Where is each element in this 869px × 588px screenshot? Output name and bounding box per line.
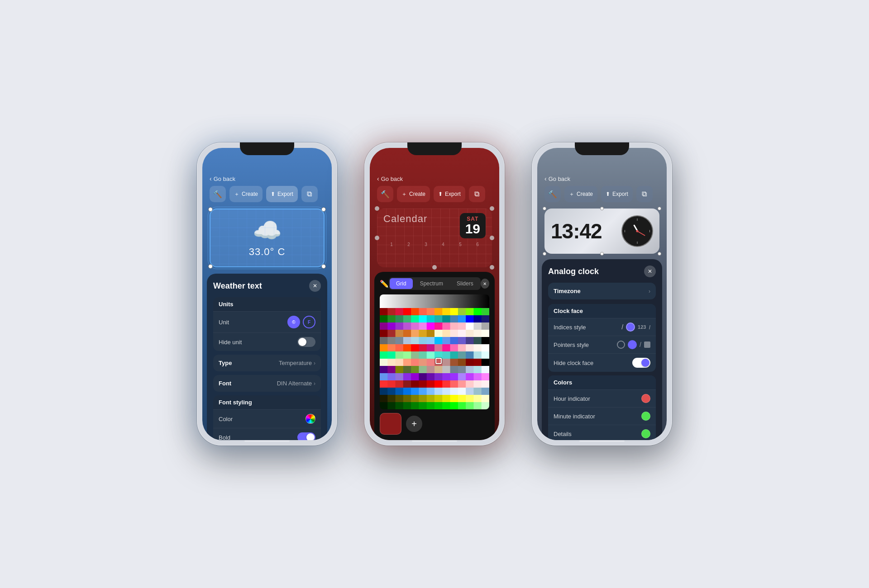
back-button-3[interactable]: ‹ Go back [544,175,570,182]
details-row: Details [548,425,656,440]
cal-handle-tr[interactable] [490,206,494,211]
cal-num-2: 2 [401,242,417,247]
type-label: Type [219,360,232,366]
tick-12 [637,218,638,221]
layers-button-3[interactable]: ⧉ [636,186,653,202]
clock-handle-tl[interactable] [543,207,546,210]
clock-handle-br[interactable] [658,252,661,256]
spectrum-tab[interactable]: Spectrum [414,278,449,289]
export-button[interactable]: ⬆ Export [266,186,298,202]
close-panel-button[interactable]: ✕ [309,280,321,292]
clock-handle-bl[interactable] [543,252,546,256]
clock-handle-tr[interactable] [658,207,661,210]
type-value: Temperature [279,360,312,366]
cal-handle-mr[interactable] [490,236,494,240]
clock-panel-title: Analog clock [548,267,599,276]
nav-back-row: ‹ Go back [202,161,332,186]
minute-indicator-label: Minute indicator [554,413,595,420]
handle-br[interactable] [321,264,326,269]
back-button-2[interactable]: ‹ Go back [377,175,403,182]
layers-button[interactable]: ⧉ [301,186,318,202]
minute-indicator-color[interactable] [641,412,650,421]
style-italic-text[interactable]: I [649,324,650,331]
export-button-2[interactable]: ⬆ Export [434,186,465,202]
back-button[interactable]: ‹ Go back [210,175,235,182]
pointer-controls: / [617,340,650,349]
font-styling-header: Font styling [213,395,321,409]
hammer-button-3[interactable]: 🔨 [544,186,561,202]
cal-handle-br[interactable] [490,265,494,270]
hour-indicator-color[interactable] [641,394,650,403]
color-picker-dot[interactable] [306,414,315,424]
bold-row: Bold [213,428,321,440]
picker-close-button[interactable]: ✕ [481,279,489,289]
notch [240,148,294,155]
weather-widget-preview: ☁️ 33.0° C [210,209,325,267]
cal-num-5: 5 [452,242,468,247]
pointer-square-icon[interactable] [644,341,650,348]
notch-3 [575,148,629,155]
indices-style-row: Indices style / 123 I [548,318,656,336]
hammer-button[interactable]: 🔨 [210,186,226,202]
tick-6 [637,242,638,244]
clock-face-header: Clock face [548,304,656,318]
pointer-dash-icon[interactable]: / [640,341,641,348]
export-icon-3: ⬆ [606,191,610,197]
clock-phone: ‹ Go back 🔨 ＋ Create ⬆ Export ⧉ [532,142,672,446]
fahrenheit-icon[interactable]: F [303,316,315,328]
create-button[interactable]: ＋ Create [229,186,263,202]
hammer-button-2[interactable]: 🔨 [377,186,393,202]
details-color[interactable] [641,429,650,438]
cal-handle-tl[interactable] [375,206,379,211]
create-button-3[interactable]: ＋ Create [564,186,597,202]
cal-num-1: 1 [383,242,400,247]
type-value-row: Temperature › [279,360,315,366]
style-123-text[interactable]: 123 [638,324,646,330]
hide-unit-row: Hide unit [213,332,321,351]
celsius-icon[interactable]: © [287,316,300,328]
export-icon: ⬆ [271,191,275,197]
bold-label: Bold [219,434,230,441]
create-button-2[interactable]: ＋ Create [397,186,430,202]
layers-button-2[interactable]: ⧉ [469,186,485,202]
pointer-circle-icon[interactable] [617,341,625,349]
eyedropper-icon[interactable]: ✏️ [380,280,389,288]
minute-indicator-row: Minute indicator [548,407,656,425]
clock-close-button[interactable]: ✕ [644,266,656,277]
calendar-widget: Calendar SAT 19 1 2 3 4 5 6 [377,209,492,267]
export-button-3[interactable]: ⬆ Export [601,186,633,202]
units-section: Units Unit © F Hide unit [213,297,321,351]
selected-color-box[interactable] [380,413,401,435]
handle-bl[interactable] [208,264,213,269]
bold-toggle[interactable] [297,432,315,440]
unit-label: Unit [219,319,229,326]
hide-unit-toggle[interactable] [297,337,315,347]
clock-handle-bm[interactable] [600,252,604,256]
type-nav-row[interactable]: Type Temperature › [213,355,321,371]
indices-active-dot[interactable] [626,322,635,332]
clock-handle-tm[interactable] [600,207,604,210]
calendar-date: 19 [465,222,480,236]
pointer-active-dot[interactable] [628,340,637,349]
cal-handle-ml[interactable] [375,236,379,240]
timezone-row[interactable]: Timezone › [548,283,656,299]
color-grid-palette[interactable] [380,294,489,409]
cal-handle-bm[interactable] [432,265,437,270]
clock-center-dot [636,230,639,232]
indices-controls: / 123 I [621,322,650,332]
handle-tr[interactable] [321,207,326,212]
hide-clock-face-label: Hide clock face [554,360,593,366]
grid-tab[interactable]: Grid [390,278,413,289]
back-label-3: Go back [549,175,570,182]
color-row: Color [213,409,321,428]
indices-style-label: Indices style [554,324,586,331]
font-nav-row[interactable]: Font DIN Alternate › [213,375,321,392]
handle-tl[interactable] [208,207,213,212]
add-color-button[interactable]: + [406,416,422,432]
sliders-tab[interactable]: Sliders [450,278,480,289]
toolbar-2: 🔨 ＋ Create ⬆ Export ⧉ [370,186,499,207]
font-value-row: DIN Alternate › [277,380,315,387]
create-label-2: Create [409,191,425,197]
hide-clock-face-toggle[interactable] [632,358,650,368]
slash-icon[interactable]: / [621,323,623,331]
